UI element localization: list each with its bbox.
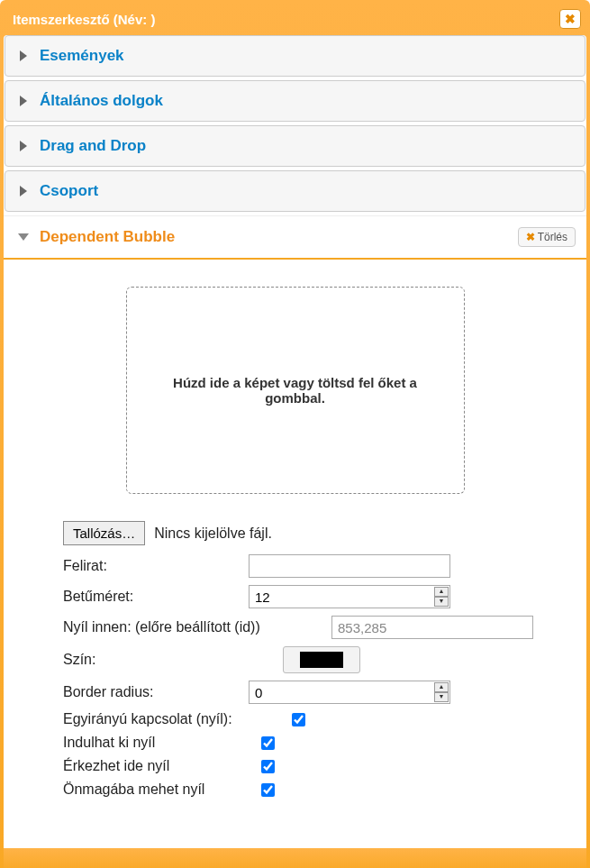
checkbox-erkezhet[interactable] — [261, 760, 275, 773]
dialog: Itemszerkesztő (Név: ) ✖ Események Által… — [0, 0, 590, 868]
image-dropzone[interactable]: Húzd ide a képet vagy töltsd fel őket a … — [126, 287, 465, 494]
chevron-right-icon — [20, 50, 27, 61]
accordion-label: Csoport — [40, 182, 98, 200]
dialog-title: Itemszerkesztő (Név: ) — [13, 12, 155, 27]
accordion-header[interactable]: Csoport — [5, 171, 585, 211]
accordion-header[interactable]: Általános dolgok — [5, 81, 585, 121]
chevron-down-icon — [18, 233, 29, 241]
spin-up-icon[interactable]: ▲ — [434, 682, 449, 692]
label-indulhat: Indulhat ki nyíl — [63, 735, 261, 751]
file-row: Tallózás… Nincs kijelölve fájl. — [63, 521, 568, 545]
input-felirat[interactable] — [249, 554, 450, 578]
spinner-betumeret: ▲ ▼ — [434, 587, 449, 607]
label-nyil-innen: Nyíl innen: (előre beállított (id)) — [63, 619, 331, 635]
spin-up-icon[interactable]: ▲ — [434, 587, 449, 597]
number-border-radius: ▲ ▼ — [249, 681, 450, 704]
input-betumeret[interactable] — [249, 585, 450, 608]
row-indulhat: Indulhat ki nyíl — [63, 735, 568, 751]
accordion-item-esemenyek[interactable]: Események — [5, 35, 585, 77]
delete-button[interactable]: ✖ Törlés — [518, 227, 576, 247]
accordion-label: Drag and Drop — [40, 137, 146, 155]
dialog-body: Események Általános dolgok Drag and Drop… — [4, 35, 586, 868]
row-border-radius: Border radius: ▲ ▼ — [63, 681, 568, 704]
accordion-item-dependent-bubble: Dependent Bubble ✖ Törlés Húzd ide a kép… — [4, 215, 586, 832]
row-egyiranyu: Egyirányú kapcsolat (nyíl): — [63, 711, 568, 727]
label-szin: Szín: — [63, 652, 249, 668]
chevron-right-icon — [20, 141, 27, 151]
label-border-radius: Border radius: — [63, 684, 249, 700]
row-erkezhet: Érkezhet ide nyíl — [63, 758, 568, 774]
checkbox-indulhat[interactable] — [261, 736, 275, 750]
label-betumeret: Betűméret: — [63, 589, 249, 605]
row-onmagaba: Önmagába mehet nyíl — [63, 781, 568, 798]
accordion-item-altalanos[interactable]: Általános dolgok — [5, 80, 585, 122]
row-nyil-innen: Nyíl innen: (előre beállított (id)) — [63, 616, 568, 639]
checkbox-onmagaba[interactable] — [261, 783, 275, 797]
close-icon: ✖ — [565, 12, 576, 26]
accordion-header[interactable]: Drag and Drop — [5, 126, 585, 166]
spin-down-icon[interactable]: ▼ — [434, 597, 449, 607]
accordion-item-drag-and-drop[interactable]: Drag and Drop — [5, 125, 585, 167]
color-picker-button[interactable] — [283, 646, 360, 673]
spin-down-icon[interactable]: ▼ — [434, 692, 449, 702]
delete-x-icon: ✖ — [526, 231, 535, 243]
input-border-radius[interactable] — [249, 681, 450, 704]
accordion-label: Általános dolgok — [40, 92, 163, 110]
dropzone-text: Húzd ide a képet vagy töltsd fel őket a … — [163, 375, 428, 406]
input-nyil-innen[interactable] — [331, 616, 533, 639]
chevron-right-icon — [20, 186, 27, 196]
form-area: Tallózás… Nincs kijelölve fájl. Felirat:… — [22, 521, 568, 798]
row-szin: Szín: — [63, 646, 568, 673]
file-status: Nincs kijelölve fájl. — [154, 525, 272, 542]
accordion-header[interactable]: Események — [5, 36, 585, 76]
spinner-border-radius: ▲ ▼ — [434, 682, 449, 702]
accordion-label: Események — [40, 47, 124, 65]
label-onmagaba: Önmagába mehet nyíl — [63, 781, 261, 798]
dialog-header: Itemszerkesztő (Név: ) ✖ — [4, 4, 586, 34]
close-button[interactable]: ✖ — [559, 9, 581, 29]
accordion-header-active[interactable]: Dependent Bubble ✖ Törlés — [4, 215, 586, 260]
checkbox-egyiranyu[interactable] — [292, 713, 305, 726]
chevron-right-icon — [20, 96, 27, 106]
delete-label: Törlés — [538, 231, 567, 243]
browse-button[interactable]: Tallózás… — [63, 521, 145, 545]
accordion-content: Húzd ide a képet vagy töltsd fel őket a … — [4, 260, 586, 832]
label-egyiranyu: Egyirányú kapcsolat (nyíl): — [63, 711, 292, 727]
label-erkezhet: Érkezhet ide nyíl — [63, 758, 261, 774]
row-betumeret: Betűméret: ▲ ▼ — [63, 585, 568, 608]
footer-bar — [4, 848, 586, 868]
row-felirat: Felirat: — [63, 554, 568, 578]
number-betumeret: ▲ ▼ — [249, 585, 450, 608]
color-swatch — [300, 652, 343, 668]
accordion-label: Dependent Bubble — [40, 228, 175, 246]
accordion-item-csoport[interactable]: Csoport — [5, 170, 585, 212]
label-felirat: Felirat: — [63, 558, 249, 574]
